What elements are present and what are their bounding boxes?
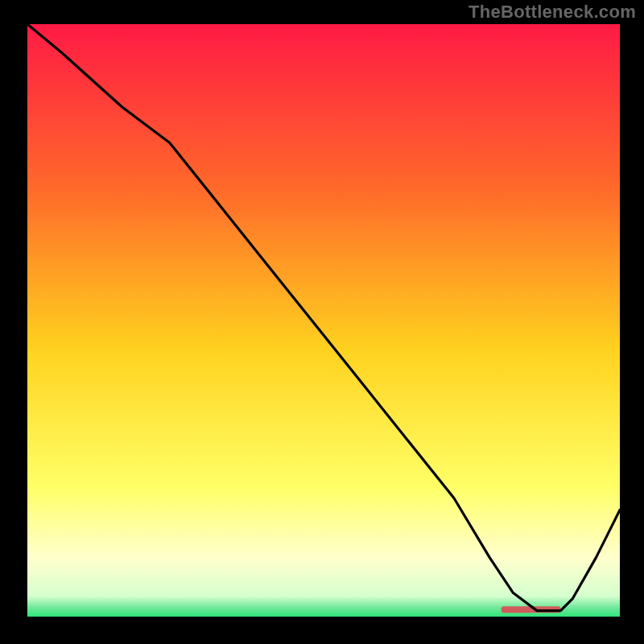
plot-area xyxy=(24,24,620,620)
chart-frame: TheBottleneck.com xyxy=(0,0,644,644)
attribution-label: TheBottleneck.com xyxy=(469,2,636,23)
chart-svg xyxy=(27,24,620,617)
heat-background xyxy=(27,24,620,617)
